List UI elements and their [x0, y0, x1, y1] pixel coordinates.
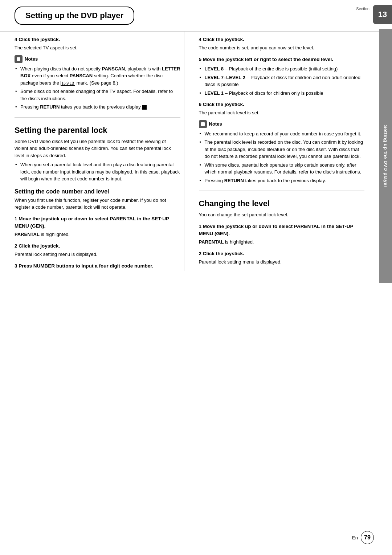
right-change-step2-text: Parental lock setting menu is displayed.: [199, 258, 365, 266]
changing-level-intro: You can change the set parental lock lev…: [199, 211, 365, 219]
right-step6-heading: 6 Click the joystick.: [199, 101, 365, 108]
right-step4-heading: 4 Click the joystick.: [199, 36, 365, 43]
page-title: Setting up the DVD player: [15, 7, 134, 25]
page: Setting up the DVD player Section 13 Set…: [0, 0, 392, 555]
left-notes-header: Notes: [15, 55, 180, 63]
right-note-3: With some discs, parental lock operates …: [199, 162, 365, 176]
right-notes-header: Notes: [199, 120, 365, 128]
page-header: Setting up the DVD player Section 13: [0, 0, 392, 32]
changing-level-title: Changing the level: [199, 199, 365, 208]
left-column: 4 Click the joystick. The selected TV as…: [15, 32, 184, 271]
right-note-4: Pressing RETURN takes you back to the pr…: [199, 177, 365, 184]
right-notes-icon: [199, 120, 207, 128]
left-step4-text: The selected TV aspect is set.: [15, 44, 180, 52]
right-column: 4 Click the joystick. The code number is…: [195, 32, 378, 271]
notes-icon: [15, 55, 23, 63]
left-code-step1-highlighted: PARENTAL is highlighted.: [15, 231, 180, 238]
parental-lock-intro: Some DVD video discs let you use parenta…: [15, 138, 180, 159]
right-step5-bullet-3: LEVEL 1 – Playback of discs for children…: [199, 90, 365, 97]
right-step5-bullets: LEVEL 8 – Playback of the entire disc is…: [199, 65, 365, 97]
svg-rect-1: [201, 122, 205, 126]
section-label: Section: [356, 7, 369, 11]
parental-lock-bullet: When you set a parental lock level and t…: [15, 161, 180, 183]
pencil-icon-right: [200, 122, 205, 127]
left-divider: [15, 117, 180, 118]
header-right: Section 13: [134, 0, 392, 31]
pencil-icon: [16, 57, 21, 62]
right-notes-box: Notes We recommend to keep a record of y…: [199, 120, 365, 184]
left-note-3: Pressing RETURN takes you back to the pr…: [15, 103, 180, 111]
left-notes-box: Notes When playing discs that do not spe…: [15, 55, 180, 111]
right-change-step2-heading: 2 Click the joystick.: [199, 250, 365, 257]
right-change-step1-heading: 1 Move the joystick up or down to select…: [199, 223, 365, 238]
parental-lock-bullets: When you set a parental lock level and t…: [15, 161, 180, 183]
right-notes-label: Notes: [209, 121, 222, 127]
left-code-step1-heading: 1 Move the joystick up or down to select…: [15, 215, 180, 230]
stop-symbol: [142, 105, 147, 110]
right-step5-bullet-1: LEVEL 8 – Playback of the entire disc is…: [199, 65, 365, 73]
code-number-level-title: Setting the code number and level: [15, 188, 180, 195]
sidebar: Setting up the DVD player: [379, 29, 392, 283]
footer-en: En: [352, 535, 358, 540]
left-notes-list: When playing discs that do not specify P…: [15, 65, 180, 111]
right-step5-heading: 5 Move the joystick left or right to sel…: [199, 56, 365, 63]
right-step5-bullet-2: LEVEL 7–LEVEL 2 – Playback of discs for …: [199, 74, 365, 88]
svg-rect-0: [17, 57, 20, 61]
right-change-step1-highlighted: PARENTAL is highlighted.: [199, 238, 365, 246]
sidebar-text: Setting up the DVD player: [383, 125, 388, 187]
left-note-2: Some discs do not enable changing of the…: [15, 88, 180, 102]
right-note-1: We recommend to keep a record of your co…: [199, 130, 365, 138]
footer-page-number: 79: [361, 531, 374, 544]
right-notes-list: We recommend to keep a record of your co…: [199, 130, 365, 184]
left-step4-heading: 4 Click the joystick.: [15, 36, 180, 43]
right-step6-text: The parental lock level is set.: [199, 109, 365, 117]
section-badge: 13: [373, 5, 392, 24]
left-code-step2-heading: 2 Click the joystick.: [15, 242, 180, 250]
right-divider: [199, 191, 365, 191]
left-notes-label: Notes: [25, 56, 38, 62]
code-number-intro: When you first use this function, regist…: [15, 197, 180, 211]
page-footer: En 79: [352, 531, 374, 544]
right-note-2: The parental lock level is recorded on t…: [199, 139, 365, 160]
main-content: 4 Click the joystick. The selected TV as…: [0, 32, 392, 271]
left-note-1: When playing discs that do not specify P…: [15, 65, 180, 87]
parental-lock-title: Setting the parental lock: [15, 126, 180, 135]
badge-169lb: 16:9 LB: [61, 81, 75, 86]
left-code-step3-heading: 3 Press NUMBER buttons to input a four d…: [15, 262, 180, 270]
left-code-step2-text: Parental lock setting menu is displayed.: [15, 251, 180, 258]
right-step4-text: The code number is set, and you can now …: [199, 44, 365, 52]
